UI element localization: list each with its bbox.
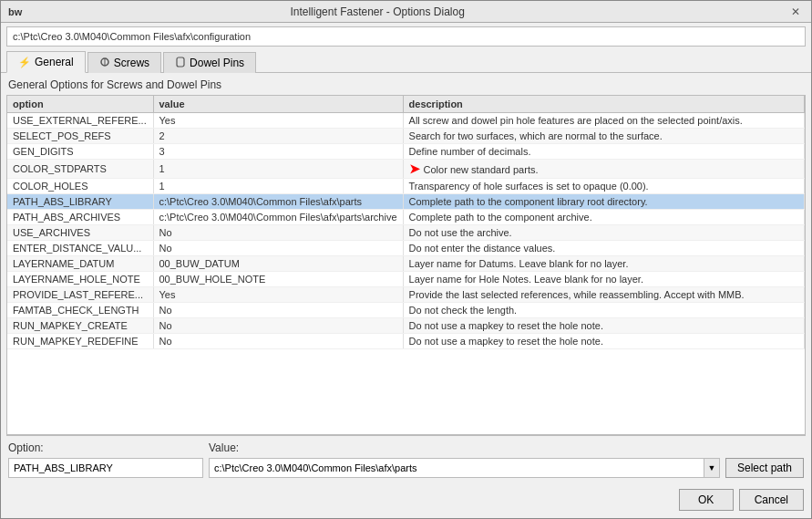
row-description: All screw and dowel pin hole features ar… (403, 113, 804, 129)
row-value: No (153, 318, 403, 334)
row-option: RUN_MAPKEY_REDEFINE (7, 334, 153, 349)
row-value: 2 (153, 129, 403, 144)
table-row[interactable]: USE_ARCHIVESNoDo not use the archive. (7, 225, 805, 241)
row-value: 00_BUW_HOLE_NOTE (153, 272, 403, 287)
value-input[interactable] (209, 458, 704, 478)
row-value: 00_BUW_DATUM (153, 256, 403, 272)
option-label: Option: (8, 441, 209, 454)
table-row[interactable]: RUN_MAPKEY_CREATENoDo not use a mapkey t… (7, 318, 805, 334)
options-table-container[interactable]: option value description USE_EXTERNAL_RE… (6, 95, 806, 435)
tab-screws-label: Screws (114, 57, 149, 69)
row-option: GEN_DIGITS (7, 144, 153, 160)
path-bar: c:\Ptc\Creo 3.0\M040\Common Files\afx\co… (6, 26, 806, 47)
row-description: Do not use a mapkey to reset the hole no… (403, 334, 804, 349)
row-description: Layer name for Datums. Leave blank for n… (403, 256, 804, 272)
ok-button[interactable]: OK (679, 489, 734, 511)
row-description: Do not check the length. (403, 303, 804, 318)
bottom-labels: Option: Value: (8, 441, 804, 454)
arrow-indicator-icon: ➤ (409, 161, 420, 176)
row-description: Complete path to the component library r… (403, 194, 804, 210)
row-description: Do not use a mapkey to reset the hole no… (403, 318, 804, 334)
value-input-row: ▼ (209, 458, 720, 478)
select-path-button[interactable]: Select path (725, 458, 804, 478)
main-window: bw Intelligent Fastener - Options Dialog… (0, 0, 812, 519)
row-value: 3 (153, 144, 403, 160)
table-row[interactable]: PATH_ABS_ARCHIVESc:\Ptc\Creo 3.0\M040\Co… (7, 210, 805, 225)
row-description: Do not use the archive. (403, 225, 804, 241)
row-value: c:\Ptc\Creo 3.0\M040\Common Files\afx\pa… (153, 210, 403, 225)
row-description: Provide the last selected references, wh… (403, 287, 804, 303)
row-description: Complete path to the component archive. (403, 210, 804, 225)
row-value: 1 (153, 179, 403, 194)
row-description: Search for two surfaces, which are norma… (403, 129, 804, 144)
close-button[interactable]: ✕ (787, 5, 804, 18)
row-option: ENTER_DISTANCE_VALU... (7, 241, 153, 256)
tab-screws[interactable]: Screws (87, 52, 161, 73)
row-option: RUN_MAPKEY_CREATE (7, 318, 153, 334)
tab-general[interactable]: ⚡ General (6, 51, 86, 73)
table-row[interactable]: LAYERNAME_DATUM00_BUW_DATUMLayer name fo… (7, 256, 805, 272)
col-header-description: description (403, 96, 804, 113)
row-value: No (153, 241, 403, 256)
table-row[interactable]: COLOR_HOLES1Transparency of hole surface… (7, 179, 805, 194)
tab-general-label: General (35, 56, 74, 68)
row-option: PATH_ABS_LIBRARY (7, 194, 153, 210)
table-row[interactable]: PROVIDE_LAST_REFERE...YesProvide the las… (7, 287, 805, 303)
row-description: Define number of decimals. (403, 144, 804, 160)
value-label: Value: (209, 441, 804, 454)
tab-dowel-pins[interactable]: Dowel Pins (163, 52, 256, 73)
table-row[interactable]: FAMTAB_CHECK_LENGTHNoDo not check the le… (7, 303, 805, 318)
tabs-row: ⚡ General Screws Dowel Pins (1, 50, 811, 73)
path-bar-value: c:\Ptc\Creo 3.0\M040\Common Files\afx\co… (13, 31, 251, 42)
row-value: Yes (153, 113, 403, 129)
row-value: No (153, 334, 403, 349)
table-row[interactable]: USE_EXTERNAL_REFERE...YesAll screw and d… (7, 113, 805, 129)
general-icon: ⚡ (18, 57, 31, 68)
row-option: COLOR_HOLES (7, 179, 153, 194)
table-row[interactable]: COLOR_STDPARTS1➤➤Color new standard part… (7, 160, 805, 179)
col-header-option: option (7, 96, 153, 113)
svg-rect-2 (177, 57, 184, 67)
bottom-section: Option: Value: ▼ Select path (1, 436, 811, 483)
row-option: PROVIDE_LAST_REFERE... (7, 287, 153, 303)
col-header-value: value (153, 96, 403, 113)
window-title: Intelligent Fastener - Options Dialog (0, 5, 787, 18)
row-description: Layer name for Hole Notes. Leave blank f… (403, 272, 804, 287)
row-option: PATH_ABS_ARCHIVES (7, 210, 153, 225)
option-input[interactable] (8, 458, 203, 478)
row-option: USE_ARCHIVES (7, 225, 153, 241)
row-description: Do not enter the distance values. (403, 241, 804, 256)
row-description: Transparency of hole surfaces is set to … (403, 179, 804, 194)
screws-icon (99, 57, 110, 69)
row-value: c:\Ptc\Creo 3.0\M040\Common Files\afx\pa… (153, 194, 403, 210)
row-option: LAYERNAME_DATUM (7, 256, 153, 272)
row-option: SELECT_POS_REFS (7, 129, 153, 144)
table-header-row: option value description (7, 96, 805, 113)
row-option: FAMTAB_CHECK_LENGTH (7, 303, 153, 318)
row-value: 1➤ (153, 160, 403, 179)
row-value: Yes (153, 287, 403, 303)
row-value: No (153, 303, 403, 318)
table-row[interactable]: SELECT_POS_REFS2Search for two surfaces,… (7, 129, 805, 144)
table-row[interactable]: GEN_DIGITS3Define number of decimals. (7, 144, 805, 160)
cancel-button[interactable]: Cancel (739, 489, 804, 511)
value-dropdown-button[interactable]: ▼ (704, 458, 720, 478)
table-row[interactable]: ENTER_DISTANCE_VALU...NoDo not enter the… (7, 241, 805, 256)
tab-dowel-pins-label: Dowel Pins (190, 57, 244, 69)
options-table: option value description USE_EXTERNAL_RE… (7, 96, 805, 349)
row-value: No (153, 225, 403, 241)
row-description: ➤Color new standard parts. (403, 160, 804, 179)
table-row[interactable]: PATH_ABS_LIBRARYc:\Ptc\Creo 3.0\M040\Com… (7, 194, 805, 210)
table-row[interactable]: LAYERNAME_HOLE_NOTE00_BUW_HOLE_NOTELayer… (7, 272, 805, 287)
bottom-inputs: ▼ Select path (8, 458, 804, 478)
dowel-pins-icon (175, 57, 186, 69)
table-body: USE_EXTERNAL_REFERE...YesAll screw and d… (7, 113, 805, 349)
row-option: LAYERNAME_HOLE_NOTE (7, 272, 153, 287)
row-option: COLOR_STDPARTS (7, 160, 153, 179)
section-title: General Options for Screws and Dowel Pin… (1, 73, 811, 95)
title-bar: bw Intelligent Fastener - Options Dialog… (1, 1, 811, 23)
footer-buttons: OK Cancel (1, 483, 811, 518)
row-option: USE_EXTERNAL_REFERE... (7, 113, 153, 129)
table-row[interactable]: RUN_MAPKEY_REDEFINENoDo not use a mapkey… (7, 334, 805, 349)
